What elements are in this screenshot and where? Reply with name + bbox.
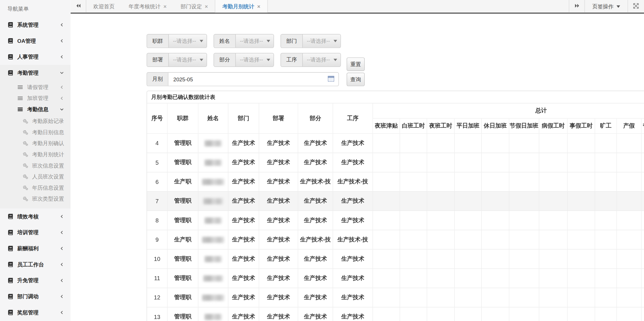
query-button[interactable]: 查询 <box>347 73 365 86</box>
tab-item[interactable]: 部门设定× <box>173 0 215 13</box>
filter-select[interactable]: --请选择-- <box>235 53 274 67</box>
table-cell-empty <box>539 192 568 211</box>
double-right-icon <box>574 3 580 9</box>
sidebar-item[interactable]: 员工工作台 <box>0 256 71 272</box>
chevron-down-icon <box>200 59 203 61</box>
sidebar-item[interactable]: 培训管理 <box>0 224 71 241</box>
tab-item[interactable]: 年度考核统计× <box>122 0 174 13</box>
table-cell-empty <box>595 211 617 230</box>
table-cell: 生产技术 <box>228 307 259 321</box>
filter-select-value: --请选择-- <box>240 37 265 45</box>
table-cell-empty <box>567 153 595 172</box>
table-row[interactable]: 9生产职生产技术生产技术生产技术-技生产技术-技 <box>147 230 644 249</box>
filter-select[interactable]: --请选择-- <box>168 53 207 67</box>
table-cell: 生产技术 <box>259 192 298 211</box>
fullscreen-button[interactable] <box>628 0 644 13</box>
table-cell-empty <box>373 153 400 172</box>
tabs-scroll-right-button[interactable] <box>569 0 584 13</box>
table-cell: 13 <box>147 307 167 321</box>
table-row[interactable]: 4管理职生产技术生产技术生产技术生产技术 <box>147 134 644 153</box>
table-cell: 10 <box>147 249 167 269</box>
table-cell-empty <box>455 288 482 307</box>
table-cell: 管理职 <box>168 134 198 153</box>
table-row[interactable]: 6生产职生产技术生产技术生产技术-技生产技术-技 <box>147 172 644 192</box>
sidebar-item[interactable]: 加班管理 <box>0 93 71 104</box>
table-cell: 生产职 <box>168 172 198 192</box>
table-row[interactable]: 12管理职生产技术生产技术生产技术生产技术 <box>147 288 644 307</box>
sidebar-item-label: 升免管理 <box>17 277 60 284</box>
filter-select[interactable]: --请选择-- <box>235 34 274 48</box>
sidebar-subitem[interactable]: 考勤日别信息 <box>0 127 71 138</box>
table-cell: 生产技术 <box>298 307 333 321</box>
table-row[interactable]: 7管理职生产技术生产技术生产技术生产技术 <box>147 192 644 211</box>
gears-icon <box>22 119 28 124</box>
redacted-name-blur <box>203 198 223 204</box>
sidebar-menu: 系统管理OA管理人事管理考勤管理请假管理加班管理考勤信息考勤原始记录考勤日别信息… <box>0 17 71 321</box>
close-icon[interactable]: × <box>205 4 208 9</box>
table-cell-empty <box>509 307 539 321</box>
sidebar-subitem[interactable]: 班次信息设置 <box>0 160 71 171</box>
sidebar-item[interactable]: 考勤信息 <box>0 104 71 115</box>
table-cell-empty <box>641 269 644 288</box>
column-header: 部署 <box>259 103 298 134</box>
sidebar-item[interactable]: 考勤管理 <box>0 65 71 81</box>
sidebar-subitem[interactable]: 考勤原始记录 <box>0 116 71 127</box>
sidebar-item[interactable]: 薪酬福利 <box>0 241 71 257</box>
table-cell: 生产技术 <box>259 249 298 269</box>
tab-item[interactable]: 欢迎首页 <box>86 0 122 13</box>
sidebar-item[interactable]: 升免管理 <box>0 272 71 289</box>
book-icon <box>7 38 14 44</box>
column-header: 休日加班 <box>482 119 509 134</box>
tab-active[interactable]: 考勤月别统计× <box>215 0 268 13</box>
reset-button[interactable]: 重置 <box>347 57 365 71</box>
table-row[interactable]: 5管理职生产技术生产技术生产技术生产技术 <box>147 153 644 172</box>
sidebar-item[interactable]: OA管理 <box>0 33 71 49</box>
sidebar-item[interactable]: 系统管理 <box>0 17 71 33</box>
close-icon[interactable]: × <box>163 4 167 9</box>
sidebar-subitem[interactable]: 年历信息设置 <box>0 182 71 193</box>
app-root: 导航菜单 系统管理OA管理人事管理考勤管理请假管理加班管理考勤信息考勤原始记录考… <box>0 0 644 321</box>
table-cell-empty <box>595 134 617 153</box>
name-cell-redacted <box>198 288 228 307</box>
table-cell-empty <box>567 249 595 269</box>
table-cell: 生产技术-技 <box>333 172 373 192</box>
calendar-icon[interactable] <box>328 76 334 83</box>
table-row[interactable]: 8管理职生产技术生产技术生产技术生产技术 <box>147 211 644 230</box>
table-cell: 生产技术 <box>259 307 298 321</box>
name-cell-redacted <box>198 230 228 249</box>
table-row[interactable]: 11管理职生产技术生产技术生产技术生产技术 <box>147 269 644 288</box>
table-cell-empty <box>455 134 482 153</box>
sidebar-item[interactable]: 人事管理 <box>0 49 71 65</box>
filter-select[interactable]: --请选择-- <box>302 53 341 67</box>
table-cell-empty <box>641 249 644 269</box>
chevron-left-icon <box>60 55 64 59</box>
table-row[interactable]: 10管理职生产技术生产技术生产技术生产技术 <box>147 249 644 269</box>
sidebar-subitem[interactable]: 班次类型设置 <box>0 193 71 205</box>
table-cell-empty <box>373 192 400 211</box>
month-input[interactable]: 2025-05 <box>168 73 338 86</box>
table-row[interactable]: 13管理职生产技术生产技术生产技术生产技术 <box>147 307 644 321</box>
chevron-left-icon <box>60 96 64 101</box>
table-cell-empty <box>482 307 509 321</box>
close-icon[interactable]: × <box>257 4 260 9</box>
table-cell-empty <box>400 230 427 249</box>
filter-select[interactable]: --请选择-- <box>302 34 341 48</box>
sidebar-subitem[interactable]: 人员班次设置 <box>0 171 71 182</box>
filter-select[interactable]: --请选择-- <box>168 34 207 48</box>
month-value: 2025-05 <box>173 76 328 82</box>
sidebar-active-section: 考勤管理请假管理加班管理考勤信息考勤原始记录考勤日别信息考勤月别确认考勤月别统计… <box>0 65 71 209</box>
sidebar-item[interactable]: 部门调动 <box>0 289 71 305</box>
sidebar-subitem[interactable]: 考勤月别统计 <box>0 149 71 160</box>
table-cell-empty <box>539 134 568 153</box>
book-icon <box>7 262 14 267</box>
sidebar-subitem[interactable]: 考勤月别确认 <box>0 138 71 149</box>
name-cell-redacted <box>198 192 228 211</box>
gears-icon <box>22 141 28 146</box>
tab-operations-dropdown[interactable]: 页签操作 <box>584 0 628 13</box>
sidebar-item[interactable]: 绩效考核 <box>0 208 71 224</box>
sidebar-item[interactable]: 奖惩管理 <box>0 305 71 321</box>
sidebar-item[interactable]: 请假管理 <box>0 82 71 93</box>
tabs-scroll-left-button[interactable] <box>71 0 86 13</box>
table-body: 4管理职生产技术生产技术生产技术生产技术5管理职生产技术生产技术生产技术生产技术… <box>147 134 644 321</box>
table-cell-empty <box>400 307 427 321</box>
